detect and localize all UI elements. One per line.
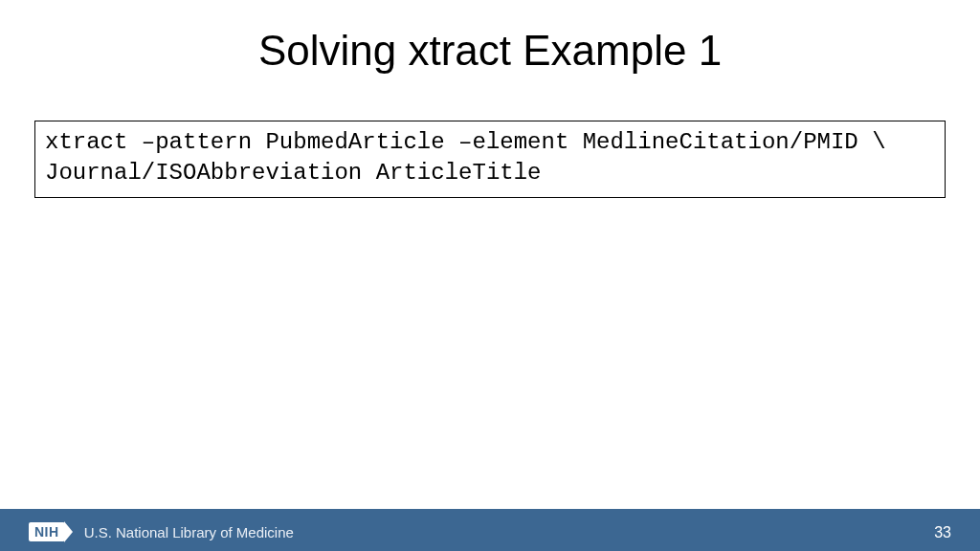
footer-org-text: U.S. National Library of Medicine (84, 524, 294, 540)
slide-title: Solving xtract Example 1 (0, 27, 980, 75)
nih-logo: NIH (29, 521, 73, 542)
page-number: 33 (934, 524, 951, 541)
footer-inner: NIH U.S. National Library of Medicine (0, 513, 980, 551)
footer-bar: NIH U.S. National Library of Medicine 33 (0, 509, 980, 551)
chevron-right-icon (64, 521, 73, 542)
slide: Solving xtract Example 1 xtract –pattern… (0, 0, 980, 551)
code-line-2: Journal/ISOAbbreviation ArticleTitle (45, 158, 935, 188)
code-line-1: xtract –pattern PubmedArticle –element M… (45, 127, 935, 158)
nih-badge-text: NIH (29, 522, 65, 541)
code-box: xtract –pattern PubmedArticle –element M… (34, 121, 946, 198)
